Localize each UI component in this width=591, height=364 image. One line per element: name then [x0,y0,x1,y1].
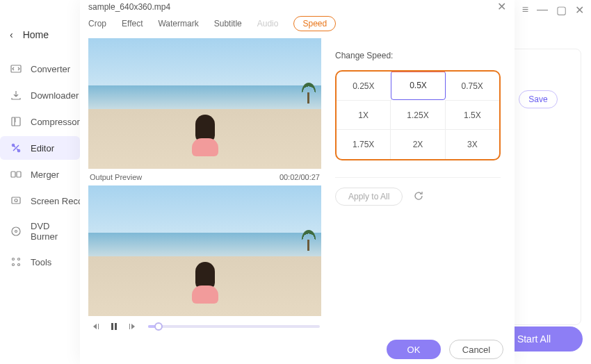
svg-point-9 [15,231,17,233]
dvd-icon [10,225,22,238]
modal-close-icon[interactable]: ✕ [497,0,506,13]
step-back-icon[interactable] [90,320,102,333]
svg-point-11 [18,258,20,260]
modal-footer: OK Cancel [80,333,515,364]
save-button[interactable]: Save [519,90,558,108]
speed-1-75x[interactable]: 1.75X [337,130,391,159]
reset-icon[interactable] [412,190,426,204]
speed-1-5x[interactable]: 1.5X [446,101,499,130]
speed-3x[interactable]: 3X [446,130,499,159]
apply-to-all-button[interactable]: Apply to All [335,188,403,206]
svg-point-7 [15,199,17,202]
close-icon[interactable]: ✕ [575,3,584,17]
speed-0-5x[interactable]: 0.5X [391,71,446,100]
converter-icon [10,63,22,75]
tab-crop[interactable]: Crop [88,19,106,28]
original-preview [88,38,321,169]
app-titlebar: ≡ — ▢ ✕ [515,0,591,19]
sidebar-item-label: Compressor [31,117,80,127]
tab-speed[interactable]: Speed [293,16,336,31]
speed-panel: Change Speed: 0.25X 0.5X 0.75X 1X 1.25X … [330,38,506,333]
step-forward-icon[interactable] [126,320,138,333]
sidebar-item-dvd-burner[interactable]: DVD Burner [0,215,80,247]
file-name: sample_640x360.mp4 [88,2,170,12]
timecode: 00:02/00:27 [280,173,320,181]
sidebar-item-converter[interactable]: Converter [0,57,80,81]
cancel-button[interactable]: Cancel [449,340,503,359]
nav-home[interactable]: ‹ Home [0,25,80,44]
maximize-icon[interactable]: ▢ [556,3,567,17]
downloader-icon [10,89,22,101]
svg-rect-6 [12,197,20,204]
modal-header: sample_640x360.mp4 ✕ [80,0,515,13]
sidebar: ‹ Home Converter Downloader Compressor E… [0,0,80,364]
back-icon: ‹ [10,29,13,40]
sidebar-item-screen-recorder[interactable]: Screen Recorder [0,189,80,213]
tab-subtitle[interactable]: Subtitle [214,19,242,28]
svg-point-12 [13,264,15,266]
sidebar-item-editor[interactable]: Editor [0,136,80,160]
speed-title: Change Speed: [335,51,501,60]
output-preview [88,185,321,316]
svg-point-13 [18,264,20,266]
merger-icon [10,168,22,181]
seek-slider[interactable] [148,325,320,328]
speed-1-25x[interactable]: 1.25X [391,101,445,130]
sidebar-item-downloader[interactable]: Downloader [0,83,80,107]
sidebar-item-compressor[interactable]: Compressor [0,110,80,133]
tab-effect[interactable]: Effect [122,19,143,28]
sidebar-item-label: Editor [31,143,54,154]
speed-grid: 0.25X 0.5X 0.75X 1X 1.25X 1.5X 1.75X 2X … [335,70,501,160]
apply-row: Apply to All [335,177,501,206]
sidebar-item-label: Converter [31,64,70,74]
compressor-icon [10,115,22,128]
seek-thumb[interactable] [154,322,163,331]
speed-1x[interactable]: 1X [337,101,391,130]
preview-column: Output Preview 00:02/00:27 [88,38,321,333]
editor-tabs: Crop Effect Watermark Subtitle Audio Spe… [80,13,515,38]
svg-rect-14 [111,323,113,330]
home-label: Home [23,29,49,40]
sidebar-item-tools[interactable]: Tools [0,250,80,274]
preview-info: Output Preview 00:02/00:27 [88,169,321,185]
sidebar-item-label: Downloader [31,90,79,101]
speed-2x[interactable]: 2X [391,130,445,159]
editor-modal: sample_640x360.mp4 ✕ Crop Effect Waterma… [80,0,515,364]
editor-icon [10,142,22,154]
ok-button[interactable]: OK [387,340,441,359]
editor-body: Output Preview 00:02/00:27 Change Speed: [80,38,515,333]
playback-controls [88,316,321,333]
tools-icon [10,256,22,268]
sidebar-item-label: Merger [31,169,59,180]
speed-0-75x[interactable]: 0.75X [445,72,499,101]
sidebar-item-label: Tools [31,257,51,267]
sidebar-item-label: DVD Burner [31,221,70,242]
svg-rect-15 [115,323,117,330]
svg-rect-4 [11,172,15,177]
tab-audio: Audio [257,19,279,28]
sidebar-item-merger[interactable]: Merger [0,163,80,186]
svg-point-8 [12,227,20,235]
svg-rect-5 [17,172,21,177]
recorder-icon [10,195,22,207]
output-preview-label: Output Preview [90,173,142,181]
speed-0-25x[interactable]: 0.25X [337,72,391,101]
tab-watermark[interactable]: Watermark [158,19,198,28]
hamburger-icon[interactable]: ≡ [522,3,528,16]
svg-point-10 [13,258,15,260]
minimize-icon[interactable]: — [537,3,548,16]
pause-icon[interactable] [108,320,120,333]
